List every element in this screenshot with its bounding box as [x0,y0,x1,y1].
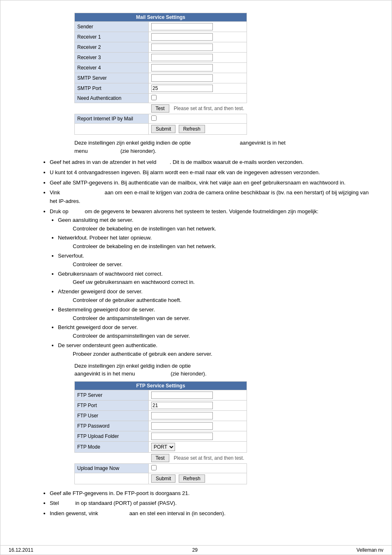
sender-input[interactable] [151,23,213,30]
need-auth-checkbox[interactable] [151,95,157,100]
table-row: Receiver 4 [75,63,247,73]
mail-desc-block: Deze instellingen zijn enkel geldig indi… [74,139,375,155]
list-item: Geen aansluiting met de server. Controle… [58,216,375,233]
main-content: Mail Service Settings Sender Receiver 1 … [9,9,383,524]
table-row: Submit Refresh [75,473,247,484]
list-item: Serverfout. Controleer de server. [58,252,375,269]
list-item: U kunt tot 4 ontvangadressen ingeven. Bi… [50,168,375,177]
list-item: Geef het adres in van de afzender in het… [50,158,375,167]
list-item: Bestemmeling geweigerd door de server. C… [58,306,375,323]
ftp-test-message: Please set at first, and then test. [174,455,244,461]
smtp-server-input[interactable] [151,74,213,82]
table-row: SMTP Port [75,83,247,94]
mail-desc-bold: aangevinkt is in het [240,140,286,146]
list-item: Geef alle SMTP-gegevens in. Bij authenti… [50,179,375,187]
list-item: Afzender geweigerd door de server. Contr… [58,288,375,305]
list-item: Stel in op standaard (PORT) of passief (… [50,499,375,508]
ftp-settings-title: FTP Service Settings [75,381,247,390]
ftp-settings-table: FTP Service Settings FTP Server FTP Port… [74,381,247,484]
table-row: FTP User [75,410,247,421]
ftp-desc-before: Deze instellingen zijn enkel geldig indi… [74,362,375,378]
table-row: Report Internet IP by Mail [75,114,247,124]
table-row: Upload Image Now [75,463,247,473]
mail-settings-table: Mail Service Settings Sender Receiver 1 … [74,13,247,135]
mail-test-button[interactable]: Test [151,104,169,113]
mail-desc-line1: Deze instellingen zijn enkel geldig indi… [74,140,191,146]
ftp-desc-zie: (zie hieronder). [171,371,206,377]
receiver3-input[interactable] [151,54,213,61]
table-row: Receiver 3 [75,53,247,63]
mail-settings-title: Mail Service Settings [75,13,247,22]
mail-desc-menu: menu [74,148,88,154]
table-row: FTP Upload Folder [75,431,247,441]
footer-company: Velleman nv [357,547,383,553]
ftp-bullet-list: Geef alle FTP-gegevens in. De FTP-poort … [50,489,375,518]
list-item: Netwerkfout. Probeer het later opnieuw. … [58,234,375,251]
test-row: Test Please set at first, and then test. [75,452,247,463]
report-ip-checkbox[interactable] [151,115,157,121]
ftp-test-button[interactable]: Test [151,454,169,462]
footer-date: 16.12.2011 [9,547,33,553]
footer-page: 29 [192,547,198,553]
ftp-password-input[interactable] [151,422,213,430]
list-item: Druk op om de gegevens te bewaren alvore… [50,207,375,359]
page-wrapper: Mail Service Settings Sender Receiver 1 … [0,0,392,555]
mail-bullet-list: Geef het adres in van de afzender in het… [50,158,375,359]
list-item: De server ondersteunt geen authenticatie… [58,341,375,359]
table-row: Submit Refresh [75,124,247,135]
list-item: Indien gewenst, vink aan en stel een int… [50,509,375,518]
list-item: Geef alle FTP-gegevens in. De FTP-poort … [50,489,375,498]
list-item: Bericht geweigerd door de server. Contro… [58,323,375,341]
ftp-refresh-button[interactable]: Refresh [179,474,205,483]
ftp-port-input[interactable] [151,402,213,409]
ftp-server-input[interactable] [151,391,213,399]
smtp-port-input[interactable] [151,85,213,92]
upload-image-checkbox[interactable] [151,465,157,470]
table-row: Receiver 1 [75,32,247,42]
table-row: Sender [75,22,247,32]
mail-desc-zie: (zie hieronder). [120,148,156,154]
table-row: FTP Server [75,390,247,400]
receiver4-input[interactable] [151,64,213,71]
list-item: Gebruikersnaam of wachtwoord niet correc… [58,270,375,287]
mail-test-message: Please set at first, and then test. [174,106,244,111]
mail-submit-button[interactable]: Submit [151,125,175,133]
table-row: FTP Mode PORT PASV [75,441,247,452]
receiver1-input[interactable] [151,33,213,41]
table-row: SMTP Server [75,73,247,83]
table-row: Receiver 2 [75,42,247,53]
table-row: FTP Password [75,421,247,431]
ftp-user-input[interactable] [151,412,213,419]
ftp-submit-button[interactable]: Submit [151,474,175,483]
mail-refresh-button[interactable]: Refresh [179,125,205,133]
test-row: Test Please set at first, and then test. [75,103,247,114]
page-footer: 16.12.2011 29 Velleman nv [0,545,392,555]
sub-list: Geen aansluiting met de server. Controle… [58,216,375,359]
list-item: Vink aan om een e-mail te krijgen van zo… [50,189,375,206]
table-row: Need Authentication [75,94,247,103]
ftp-mode-select[interactable]: PORT PASV [151,443,175,451]
receiver2-input[interactable] [151,44,213,51]
ftp-folder-input[interactable] [151,433,213,440]
table-row: FTP Port [75,400,247,410]
